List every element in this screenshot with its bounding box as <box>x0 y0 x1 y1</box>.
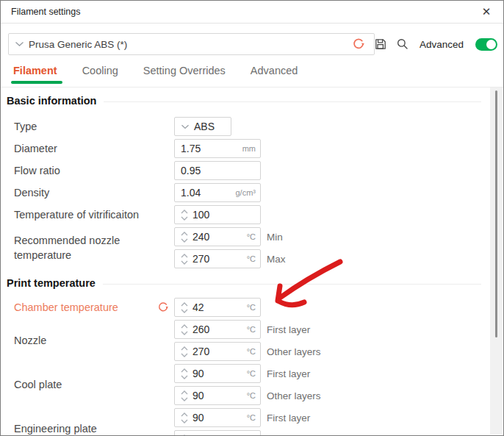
row-recommended-nozzle-temperature: Recommended nozzle temperature °C Min <box>14 226 492 270</box>
diameter-input[interactable] <box>181 143 240 154</box>
nozzle-other-layers-input[interactable] <box>192 346 244 357</box>
chevron-down-icon <box>181 124 190 129</box>
cool-plate-other-layers-input[interactable] <box>192 390 244 401</box>
spinner-buttons[interactable] <box>181 435 188 436</box>
cool-plate-other-layers-field: °C <box>174 386 261 405</box>
field-label: Type <box>14 119 37 134</box>
spinner-up-icon <box>181 368 188 373</box>
nozzle-first-layer-field: °C <box>174 320 261 339</box>
row-engineering-plate-temperature: Engineering plate °C First layer <box>14 407 492 435</box>
field-label-modified: Chamber temperature <box>14 300 118 315</box>
row-type: Type ABS <box>14 115 492 137</box>
vitrification-field <box>174 205 261 224</box>
cool-plate-first-layer-field: °C <box>174 364 261 383</box>
spinner-up-icon <box>181 346 188 351</box>
reset-value-icon[interactable] <box>157 301 169 313</box>
spinner-up-icon <box>181 232 188 236</box>
advanced-mode-label: Advanced <box>420 39 464 50</box>
cool-plate-first-layer-input[interactable] <box>192 368 244 379</box>
toggle-knob <box>486 40 496 49</box>
spinner-up-icon <box>181 435 188 436</box>
filament-settings-dialog: Filament settings ✕ Prusa Generic ABS (*… <box>0 0 504 436</box>
spinner-buttons[interactable] <box>181 232 188 243</box>
unit-label: °C <box>244 369 256 378</box>
spinner-down-icon <box>181 238 188 243</box>
density-field: g/cm³ <box>174 183 261 202</box>
vitrification-input[interactable] <box>192 209 256 221</box>
row-density: Density g/cm³ <box>14 182 492 204</box>
field-label: Recommended nozzle temperature <box>14 233 154 262</box>
density-input[interactable] <box>181 187 233 199</box>
spinner-buttons[interactable] <box>181 368 188 379</box>
spinner-down-icon <box>181 353 188 357</box>
preset-combobox[interactable]: Prusa Generic ABS (*) <box>8 33 375 55</box>
row-cool-plate-temperature: Cool plate °C First layer <box>14 362 492 407</box>
side-label-max: Max <box>267 254 286 265</box>
flow-ratio-input[interactable] <box>181 165 256 176</box>
vertical-scrollbar[interactable] <box>490 87 503 435</box>
spinner-buttons[interactable] <box>181 254 188 265</box>
spinner-down-icon <box>181 419 188 424</box>
spinner-buttons[interactable] <box>181 390 188 401</box>
side-label-other-layers: Other layers <box>267 346 321 357</box>
type-select[interactable]: ABS <box>174 117 231 136</box>
nozzle-temp-min-input[interactable] <box>192 231 244 243</box>
section-header-basic-information: Basic information <box>1 87 492 115</box>
row-flow-ratio: Flow ratio <box>14 160 492 182</box>
engineering-plate-other-layers-input[interactable] <box>192 434 256 435</box>
unit-label: g/cm³ <box>233 188 256 197</box>
row-chamber-temperature: Chamber temperature °C <box>14 296 492 318</box>
nozzle-other-layers-field: °C <box>174 342 261 361</box>
section-title: Basic information <box>7 95 96 107</box>
unit-label: mm <box>240 144 256 153</box>
side-label-first-layer: First layer <box>267 324 310 335</box>
unit-label: °C <box>244 325 256 334</box>
reset-preset-icon[interactable] <box>352 37 365 51</box>
row-diameter: Diameter mm <box>14 137 492 160</box>
side-label-min: Min <box>267 232 283 243</box>
section-divider <box>104 101 481 102</box>
nozzle-temp-max-input[interactable] <box>192 253 244 265</box>
tab-advanced[interactable]: Advanced <box>251 65 298 87</box>
tab-setting-overrides[interactable]: Setting Overrides <box>143 65 226 87</box>
unit-label: °C <box>244 303 256 312</box>
search-icon[interactable] <box>396 37 409 51</box>
spinner-up-icon <box>181 254 188 258</box>
field-label: Density <box>14 185 49 200</box>
nozzle-first-layer-input[interactable] <box>192 324 244 335</box>
engineering-plate-first-layer-input[interactable] <box>192 412 244 424</box>
spinner-down-icon <box>181 375 188 379</box>
spinner-buttons[interactable] <box>181 346 188 357</box>
field-label: Engineering plate <box>14 421 97 435</box>
spinner-up-icon <box>181 210 188 214</box>
spinner-buttons[interactable] <box>181 302 188 313</box>
unit-label: °C <box>244 254 256 263</box>
spinner-up-icon <box>181 390 188 395</box>
engineering-plate-first-layer-field: °C <box>174 408 261 427</box>
spinner-buttons[interactable] <box>181 324 188 335</box>
settings-tab-bar: Filament Cooling Setting Overrides Advan… <box>1 55 503 87</box>
spinner-buttons[interactable] <box>181 210 188 221</box>
engineering-plate-other-layers-field-clipped <box>174 430 261 435</box>
side-label-first-layer: First layer <box>267 412 310 424</box>
nozzle-temp-max-field: °C <box>174 249 261 268</box>
spinner-up-icon <box>181 302 188 307</box>
tab-filament[interactable]: Filament <box>13 65 57 87</box>
dialog-title: Filament settings <box>11 7 80 17</box>
tab-cooling[interactable]: Cooling <box>82 65 118 87</box>
type-select-value: ABS <box>194 121 215 132</box>
field-label: Temperature of vitrificaiton <box>14 207 139 222</box>
save-preset-icon[interactable] <box>374 37 387 51</box>
title-bar: Filament settings ✕ <box>1 1 503 24</box>
advanced-mode-toggle[interactable] <box>475 38 497 51</box>
spinner-down-icon <box>181 331 188 335</box>
section-title: Print temperature <box>7 277 96 289</box>
close-icon[interactable]: ✕ <box>478 4 494 20</box>
chamber-temperature-input[interactable] <box>192 301 244 313</box>
spinner-buttons[interactable] <box>181 412 188 424</box>
row-nozzle-temperature: Nozzle °C First layer <box>14 318 492 362</box>
spinner-down-icon <box>181 397 188 401</box>
spinner-down-icon <box>181 309 188 313</box>
scrollbar-thumb[interactable] <box>495 90 497 337</box>
field-label: Flow ratio <box>14 163 60 178</box>
